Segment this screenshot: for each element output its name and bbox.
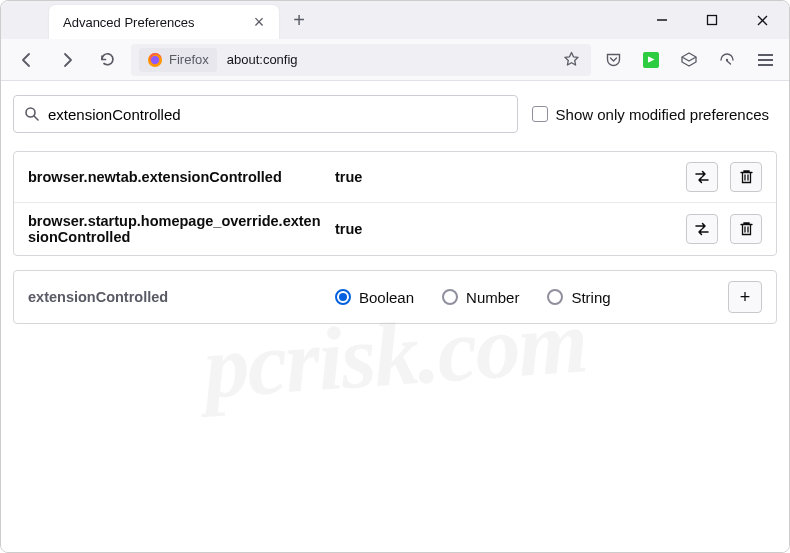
pref-value: true [335, 221, 674, 237]
results-list: browser.newtab.extensionControlled true … [13, 151, 777, 256]
urlbar-identity[interactable]: Firefox [139, 48, 217, 72]
pref-value: true [335, 169, 674, 185]
close-window-button[interactable] [743, 4, 781, 36]
toggle-button[interactable] [686, 162, 718, 192]
pref-row: browser.startup.homepage_override.extens… [14, 202, 776, 255]
firefox-icon [147, 52, 163, 68]
toolbar: Firefox [1, 39, 789, 81]
window-controls [643, 4, 781, 36]
search-input[interactable] [40, 106, 507, 123]
content-area: Show only modified preferences browser.n… [1, 81, 789, 552]
add-button[interactable]: + [728, 281, 762, 313]
new-tab-button[interactable]: + [283, 4, 315, 36]
radio-label: Boolean [359, 289, 414, 306]
urlbar-identity-label: Firefox [169, 52, 209, 67]
urlbar[interactable]: Firefox [131, 44, 591, 76]
shield-icon[interactable] [713, 46, 741, 74]
extension-icon[interactable] [637, 46, 665, 74]
radio-label: String [571, 289, 610, 306]
show-modified-checkbox[interactable]: Show only modified preferences [532, 106, 777, 123]
pref-name: browser.startup.homepage_override.extens… [28, 213, 323, 245]
pref-row: browser.newtab.extensionControlled true [14, 152, 776, 202]
active-tab[interactable]: Advanced Preferences × [49, 5, 279, 39]
svg-line-7 [727, 61, 731, 64]
add-pref-box: extensionControlled Boolean Number Strin… [13, 270, 777, 324]
pref-name: browser.newtab.extensionControlled [28, 169, 323, 185]
radio-icon [335, 289, 351, 305]
maximize-button[interactable] [693, 4, 731, 36]
checkbox-label: Show only modified preferences [556, 106, 769, 123]
app-menu-button[interactable] [751, 46, 779, 74]
radio-boolean[interactable]: Boolean [335, 289, 414, 306]
urlbar-input[interactable] [223, 52, 553, 67]
tab-strip: Advanced Preferences × + [5, 1, 315, 39]
radio-icon [547, 289, 563, 305]
checkbox-icon [532, 106, 548, 122]
toggle-button[interactable] [686, 214, 718, 244]
tab-close-icon[interactable]: × [249, 12, 269, 32]
radio-label: Number [466, 289, 519, 306]
add-pref-row: extensionControlled Boolean Number Strin… [14, 271, 776, 323]
delete-button[interactable] [730, 162, 762, 192]
tab-title: Advanced Preferences [63, 15, 249, 30]
search-row: Show only modified preferences [13, 95, 777, 133]
svg-point-5 [151, 55, 159, 63]
account-icon[interactable] [675, 46, 703, 74]
svg-rect-1 [708, 16, 717, 25]
bookmark-star-icon[interactable] [559, 48, 583, 72]
titlebar: Advanced Preferences × + [1, 1, 789, 39]
radio-number[interactable]: Number [442, 289, 519, 306]
forward-button[interactable] [51, 44, 83, 76]
pocket-icon[interactable] [599, 46, 627, 74]
svg-line-9 [34, 116, 38, 120]
radio-string[interactable]: String [547, 289, 610, 306]
radio-icon [442, 289, 458, 305]
reload-button[interactable] [91, 44, 123, 76]
delete-button[interactable] [730, 214, 762, 244]
back-button[interactable] [11, 44, 43, 76]
search-icon [24, 106, 40, 122]
type-radio-group: Boolean Number String [335, 289, 716, 306]
search-box[interactable] [13, 95, 518, 133]
minimize-button[interactable] [643, 4, 681, 36]
add-pref-name: extensionControlled [28, 289, 323, 305]
